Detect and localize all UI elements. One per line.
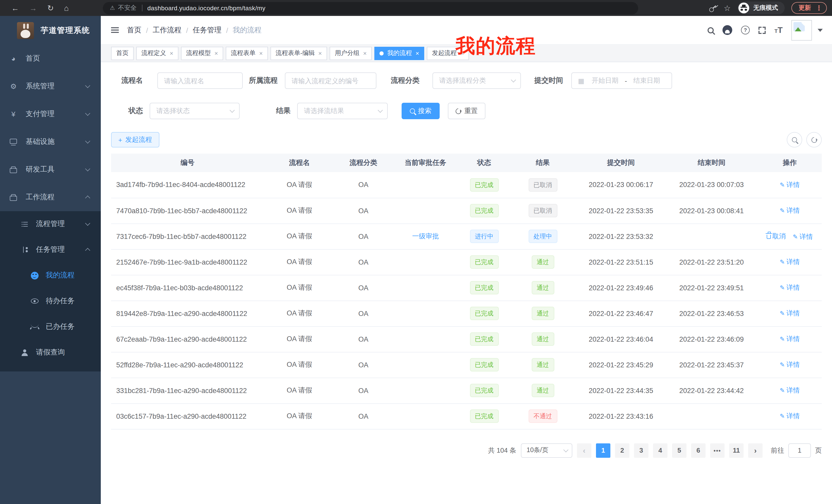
browser-update-button[interactable]: 更新 ⋮ (791, 2, 827, 14)
close-icon[interactable]: × (214, 50, 218, 56)
breadcrumb-workflow[interactable]: 工作流程 (153, 25, 182, 35)
font-size-icon[interactable]: TT (774, 25, 783, 35)
sidebar-item-devtools[interactable]: 研发工具 (0, 156, 101, 184)
tab-process-definition[interactable]: 流程定义× (136, 47, 178, 60)
sidebar-item-done-tasks[interactable]: 已办任务 (0, 314, 101, 340)
tab-process-model[interactable]: 流程模型× (181, 47, 223, 60)
sidebar-item-process-mgmt[interactable]: 流程管理 (0, 211, 101, 237)
start-date-placeholder[interactable]: 开始日期 (587, 76, 624, 85)
fullscreen-icon[interactable] (758, 26, 766, 34)
process-name-input[interactable] (157, 73, 243, 89)
detail-link[interactable]: ✎详情 (780, 283, 800, 292)
browser-back-icon[interactable]: ← (11, 4, 19, 12)
sidebar-item-infra[interactable]: 基础设施 (0, 128, 101, 156)
category-select[interactable]: 请选择流程分类 (433, 73, 521, 89)
page-button-4[interactable]: 4 (653, 443, 668, 457)
github-icon[interactable] (723, 25, 732, 35)
page-button-3[interactable]: 3 (634, 443, 648, 457)
detail-link[interactable]: ✎详情 (780, 206, 800, 215)
caret-down-icon[interactable] (817, 29, 823, 32)
tab-my-process[interactable]: 我的流程× (374, 47, 424, 60)
active-dot (380, 51, 384, 55)
page-button-1[interactable]: 1 (596, 443, 610, 457)
search-button[interactable]: 搜索 (401, 103, 440, 119)
submit-time-range-picker[interactable]: ▦ 开始日期 - 结束日期 (571, 73, 672, 89)
tab-user-group[interactable]: 用户分组× (330, 47, 372, 60)
page-jump-input[interactable] (788, 443, 811, 457)
search-icon[interactable] (707, 27, 714, 33)
process-definition-input[interactable] (285, 73, 376, 89)
more-pages-button[interactable]: ••• (710, 443, 725, 457)
close-icon[interactable]: × (415, 50, 419, 56)
sidebar-item-home[interactable]: ◕ 首页 (0, 45, 101, 73)
page-size-select[interactable]: 10条/页 (521, 443, 572, 457)
password-key-icon[interactable] (707, 2, 718, 13)
detail-link[interactable]: ✎详情 (780, 334, 800, 344)
prev-page-button[interactable]: ‹ (577, 443, 591, 457)
result-select[interactable]: 请选择流结果 (297, 103, 388, 119)
current-task-link[interactable]: 一级审批 (412, 232, 439, 241)
page-button-2[interactable]: 2 (615, 443, 629, 457)
process-table: 编号 流程名 流程分类 当前审批任务 状态 结果 提交时间 结束时间 操作 (111, 153, 822, 429)
detail-link[interactable]: ✎详情 (780, 257, 800, 267)
hamburger-icon[interactable] (111, 27, 119, 33)
detail-link[interactable]: ✎详情 (780, 386, 800, 395)
process-id: 3ad174fb-7b9d-11ec-8404-acde48001122 (111, 172, 264, 198)
filter-label-time: 提交时间 (534, 76, 563, 85)
detail-link[interactable]: ✎详情 (780, 412, 800, 421)
end-date-placeholder[interactable]: 结束日期 (628, 76, 666, 85)
detail-link[interactable]: ✎详情 (793, 232, 813, 241)
close-icon[interactable]: × (318, 50, 322, 56)
sidebar-item-workflow[interactable]: 工作流程 (0, 184, 101, 211)
bookmark-star-icon[interactable]: ☆ (724, 3, 731, 12)
security-label[interactable]: 不安全 (118, 4, 136, 12)
tab-process-form[interactable]: 流程表单× (226, 47, 268, 60)
browser-menu-icon[interactable]: ⋮ (815, 4, 822, 12)
address-bar[interactable]: ⚠ 不安全 dashboard.yudao.iocoder.cn/bpm/tas… (103, 2, 638, 14)
sidebar-item-todo-tasks[interactable]: 待办任务 (0, 288, 101, 314)
detail-link[interactable]: ✎详情 (780, 180, 800, 190)
close-icon[interactable]: × (170, 50, 173, 56)
refresh-table-button[interactable] (806, 132, 822, 147)
avatar[interactable] (791, 20, 812, 40)
close-icon[interactable]: × (259, 50, 263, 56)
start-process-button[interactable]: + 发起流程 (111, 132, 159, 147)
sidebar-item-payment[interactable]: ¥ 支付管理 (0, 100, 101, 128)
process-name: OA 请假 (264, 249, 335, 275)
cancel-link[interactable]: 取消 (767, 231, 786, 241)
sidebar-item-system[interactable]: ⚙ 系统管理 (0, 73, 101, 100)
page-button-5[interactable]: 5 (672, 443, 686, 457)
detail-link[interactable]: ✎详情 (780, 309, 800, 318)
browser-forward-icon[interactable]: → (29, 4, 37, 12)
end-time: 2022-01-22 23:44:42 (666, 377, 758, 403)
help-icon[interactable]: ? (741, 26, 750, 34)
next-page-button[interactable]: › (748, 443, 762, 457)
browser-home-icon[interactable]: ⌂ (64, 4, 69, 12)
tab-process-form-edit[interactable]: 流程表单-编辑× (270, 47, 327, 60)
submit-time: 2022-01-22 23:46:04 (576, 326, 666, 352)
reset-button[interactable]: 重置 (448, 103, 486, 119)
current-task (392, 249, 460, 275)
current-task (392, 403, 460, 429)
pen-icon: ✎ (780, 387, 785, 394)
page-button-11[interactable]: 11 (729, 443, 744, 457)
table-row: 7470a810-7b9b-11ec-b5b7-acde48001122 OA … (111, 198, 822, 223)
page-button-6[interactable]: 6 (691, 443, 705, 457)
chevron-up-icon (85, 195, 90, 201)
detail-link[interactable]: ✎详情 (780, 360, 800, 369)
sidebar-item-leave-query[interactable]: 请假查询 (0, 340, 101, 365)
sidebar-item-task-mgmt[interactable]: 任务管理 (0, 237, 101, 262)
table-row: ec45f38f-7b9a-11ec-b03b-acde48001122 OA … (111, 275, 822, 301)
eye-icon (30, 299, 38, 304)
url-text[interactable]: dashboard.yudao.iocoder.cn/bpm/task/my (147, 4, 265, 11)
submit-time: 2022-01-22 23:46:47 (576, 301, 666, 326)
status-select[interactable]: 请选择状态 (150, 103, 240, 119)
show-search-button[interactable] (787, 132, 802, 147)
close-icon[interactable]: × (363, 50, 367, 56)
breadcrumb-home[interactable]: 首页 (127, 25, 141, 35)
breadcrumb-task-mgmt[interactable]: 任务管理 (193, 25, 222, 35)
browser-reload-icon[interactable]: ↻ (47, 3, 54, 12)
sidebar-item-my-process[interactable]: 我的流程 (0, 262, 101, 288)
tab-home[interactable]: 首页 (111, 47, 134, 60)
filter-label-category: 流程分类 (391, 76, 422, 85)
